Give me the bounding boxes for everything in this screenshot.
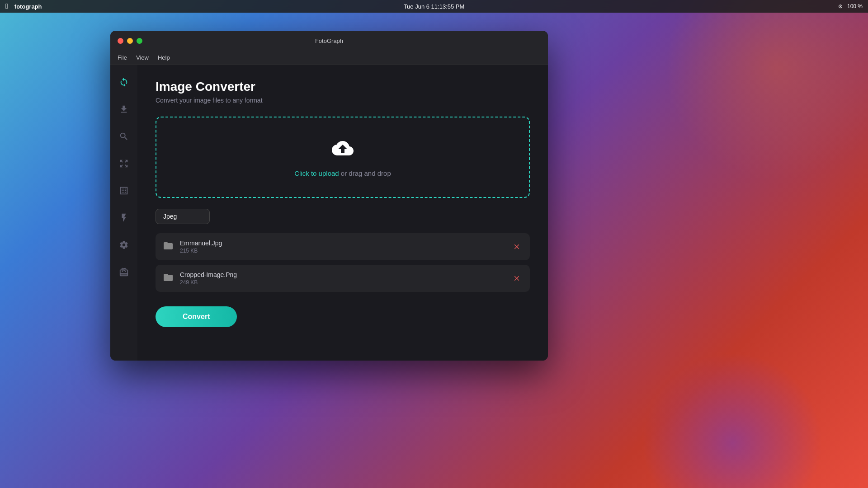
file-folder-icon-1 [163, 240, 174, 253]
app-window: FotoGraph File View Help [110, 31, 548, 361]
format-dropdown[interactable]: Jpeg PNG WebP GIF BMP TIFF [156, 209, 210, 224]
page-title: Image Converter [156, 80, 530, 94]
upload-cloud-icon [332, 137, 354, 163]
upload-text[interactable]: Click to upload or drag and drop [294, 169, 391, 177]
main-content: Image Converter Convert your image files… [137, 65, 548, 361]
menubar-right: ⊛ 100 % [838, 3, 863, 9]
menubar-wifi-icon: ⊛ [838, 3, 843, 9]
sidebar-item-settings[interactable] [116, 237, 132, 253]
menu-help[interactable]: Help [158, 54, 170, 61]
file-name-1: Emmanuel.Jpg [180, 239, 505, 247]
file-size-2: 249 KB [180, 279, 505, 286]
app-menubar: File View Help [110, 51, 548, 65]
convert-button[interactable]: Convert [156, 306, 237, 327]
close-button[interactable] [118, 38, 123, 44]
menubar-datetime: Tue Jun 6 11:13:55 PM [404, 3, 465, 10]
upload-dropzone[interactable]: Click to upload or drag and drop [156, 117, 530, 198]
file-remove-button-1[interactable] [511, 241, 523, 253]
sidebar-item-expand[interactable] [116, 183, 132, 199]
file-list: Emmanuel.Jpg 215 KB [156, 233, 530, 292]
file-info-2: Cropped-Image.Png 249 KB [180, 271, 505, 286]
macos-menubar:  fotograph Tue Jun 6 11:13:55 PM ⊛ 100 … [0, 0, 868, 13]
upload-link[interactable]: Click to upload [294, 169, 339, 177]
page-subtitle: Convert your image files to any format [156, 97, 530, 104]
sidebar-item-converter[interactable] [116, 74, 132, 90]
file-info-1: Emmanuel.Jpg 215 KB [180, 239, 505, 254]
menubar-battery: 100 % [847, 3, 863, 9]
file-name-2: Cropped-Image.Png [180, 271, 505, 278]
format-selector[interactable]: Jpeg PNG WebP GIF BMP TIFF [156, 209, 530, 224]
menubar-app-name: fotograph [14, 3, 42, 10]
minimize-button[interactable] [127, 38, 133, 44]
file-size-1: 215 KB [180, 248, 505, 254]
sidebar-item-compress[interactable] [116, 155, 132, 172]
file-item-1: Emmanuel.Jpg 215 KB [156, 233, 530, 260]
maximize-button[interactable] [137, 38, 142, 44]
sidebar-item-flash[interactable] [116, 210, 132, 226]
upload-drag-text: or drag and drop [339, 169, 391, 177]
apple-logo-icon:  [5, 2, 8, 10]
sidebar [110, 65, 137, 361]
sidebar-item-search[interactable] [116, 128, 132, 145]
sidebar-item-upload[interactable] [116, 101, 132, 117]
titlebar: FotoGraph [110, 31, 548, 51]
sidebar-item-gift[interactable] [116, 264, 132, 280]
window-title: FotoGraph [315, 38, 343, 44]
file-folder-icon-2 [163, 272, 174, 285]
app-body: Image Converter Convert your image files… [110, 65, 548, 361]
traffic-lights [118, 38, 142, 44]
menu-view[interactable]: View [136, 54, 149, 61]
file-remove-button-2[interactable] [511, 272, 523, 284]
file-item-2: Cropped-Image.Png 249 KB [156, 265, 530, 292]
menu-file[interactable]: File [118, 54, 127, 61]
